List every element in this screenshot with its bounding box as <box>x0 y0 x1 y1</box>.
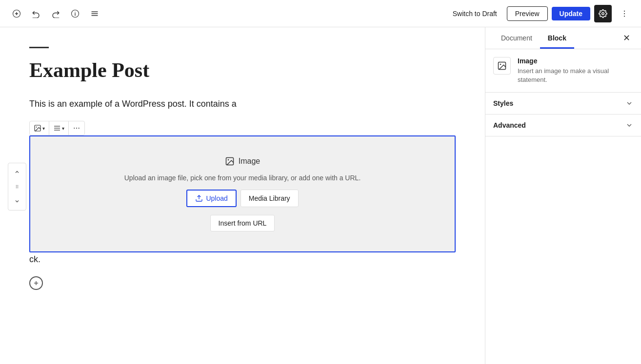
switch-to-draft-button[interactable]: Switch to Draft <box>447 7 503 20</box>
upload-label: Upload <box>206 194 227 202</box>
sidebar-tab-group: Document Block <box>493 27 574 49</box>
svg-point-17 <box>16 188 17 189</box>
image-block-wrapper: ▾ ▾ <box>29 121 456 252</box>
image-placeholder-icon <box>225 156 235 166</box>
block-info-text: Image Insert an image to make a visual s… <box>518 57 633 84</box>
more-options-button[interactable] <box>616 5 633 22</box>
block-block-toolbar: ▾ ▾ <box>29 121 85 135</box>
upload-icon <box>195 194 203 202</box>
svg-point-16 <box>18 186 19 187</box>
info-icon <box>71 9 80 18</box>
insert-from-url-button[interactable]: Insert from URL <box>210 215 275 231</box>
chevron-up-icon <box>14 169 20 175</box>
styles-section: Styles <box>485 93 641 115</box>
post-title[interactable]: Example Post <box>29 58 456 82</box>
svg-point-14 <box>18 185 19 186</box>
move-down-button[interactable] <box>10 194 24 208</box>
image-type-icon <box>34 124 41 132</box>
toolbar-right: Switch to Draft Preview Update <box>447 5 633 22</box>
tab-block[interactable]: Block <box>540 27 574 49</box>
list-view-icon <box>90 9 99 18</box>
styles-section-title: Styles <box>493 99 513 107</box>
redo-button[interactable] <box>47 5 64 22</box>
block-info: Image Insert an image to make a visual s… <box>485 49 641 93</box>
svg-point-26 <box>79 128 80 129</box>
advanced-section-title: Advanced <box>493 121 526 129</box>
add-icon <box>33 280 40 287</box>
image-actions: Upload Media Library <box>186 190 298 207</box>
advanced-section-header[interactable]: Advanced <box>485 115 641 136</box>
sidebar: Document Block ✕ Image Insert an image t… <box>485 27 641 364</box>
add-block-button[interactable] <box>29 276 43 290</box>
image-block[interactable]: Image Upload an image file, pick one fro… <box>29 135 456 252</box>
redo-icon <box>51 9 60 18</box>
svg-point-5 <box>75 12 76 13</box>
undo-icon <box>32 9 40 18</box>
styles-section-header[interactable]: Styles <box>485 93 641 114</box>
styles-chevron-icon <box>625 99 633 107</box>
block-icon-box <box>493 57 511 75</box>
undo-button[interactable] <box>27 5 45 22</box>
svg-point-10 <box>624 10 625 11</box>
post-divider <box>29 47 49 48</box>
main-layout: Example Post This is an example of a Wor… <box>0 27 641 364</box>
image-block-title: Image <box>225 156 260 166</box>
gear-icon <box>599 9 607 18</box>
toolbar-left <box>8 5 103 22</box>
image-block-label: Image <box>239 157 260 166</box>
media-library-button[interactable]: Media Library <box>240 190 299 207</box>
svg-point-20 <box>36 127 37 128</box>
drag-icon <box>14 184 20 190</box>
image-type-chevron: ▾ <box>42 126 45 131</box>
block-move-controls <box>8 163 26 211</box>
settings-button[interactable] <box>594 5 612 22</box>
svg-point-25 <box>76 128 77 129</box>
block-info-name: Image <box>518 57 633 65</box>
svg-point-13 <box>16 185 17 186</box>
svg-point-28 <box>228 159 229 161</box>
post-body-2[interactable]: ck. <box>29 252 456 267</box>
svg-point-12 <box>624 16 625 17</box>
align-icon <box>53 124 61 132</box>
svg-point-18 <box>18 188 19 189</box>
align-chevron: ▾ <box>62 126 64 131</box>
svg-point-9 <box>602 12 604 15</box>
drag-handle-button[interactable] <box>10 180 24 193</box>
svg-point-24 <box>74 128 75 129</box>
close-sidebar-button[interactable]: ✕ <box>620 31 633 45</box>
editor-area: Example Post This is an example of a Wor… <box>0 27 485 364</box>
svg-point-15 <box>16 186 17 187</box>
svg-point-11 <box>624 13 625 14</box>
update-button[interactable]: Update <box>552 7 590 20</box>
move-up-button[interactable] <box>10 165 24 179</box>
block-image-type-button[interactable]: ▾ <box>30 121 49 135</box>
list-view-button[interactable] <box>86 5 103 22</box>
advanced-chevron-icon <box>625 121 633 129</box>
post-body[interactable]: This is an example of a WordPress post. … <box>29 97 456 111</box>
advanced-section: Advanced <box>485 115 641 136</box>
top-toolbar: Switch to Draft Preview Update <box>0 0 641 27</box>
block-more-options-button[interactable] <box>69 121 84 135</box>
info-button[interactable] <box>66 5 84 22</box>
block-image-icon <box>497 61 507 71</box>
plus-icon <box>12 9 21 18</box>
tab-document[interactable]: Document <box>493 27 540 49</box>
svg-point-33 <box>500 64 501 65</box>
block-more-icon <box>73 124 80 132</box>
preview-button[interactable]: Preview <box>507 6 548 21</box>
image-description: Upload an image file, pick one from your… <box>124 174 361 182</box>
chevron-down-icon <box>14 198 20 204</box>
block-info-desc: Insert an image to make a visual stateme… <box>518 67 633 84</box>
add-block-toolbar-button[interactable] <box>8 5 25 22</box>
more-vertical-icon <box>620 9 629 18</box>
block-align-button[interactable]: ▾ <box>49 121 69 135</box>
upload-button[interactable]: Upload <box>186 190 236 207</box>
sidebar-tabs: Document Block ✕ <box>485 27 641 49</box>
